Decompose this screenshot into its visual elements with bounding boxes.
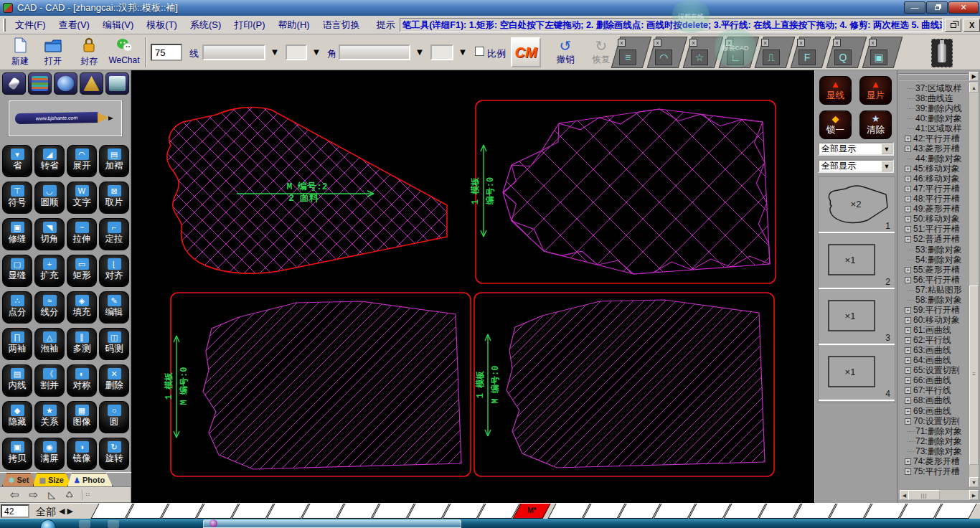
pattern-piece-3[interactable] — [203, 301, 461, 469]
menu-item[interactable]: 查看(V) — [52, 19, 96, 32]
step-line-icon[interactable]: ∟ — [727, 50, 744, 65]
sheet-tab[interactable] — [934, 504, 976, 519]
sidebar-tab-set[interactable]: ✱Set — [2, 473, 37, 486]
active-app-button[interactable] — [203, 519, 461, 528]
expand-plus-icon[interactable]: + — [905, 377, 911, 384]
panel-expand-button[interactable]: ▶ — [969, 72, 979, 81]
tool-button[interactable]: ✎编辑 — [99, 291, 129, 324]
restore-button[interactable] — [926, 1, 948, 14]
scroll-up-icon[interactable]: ▲ — [969, 82, 979, 93]
vertical-scrollbar[interactable]: ▲ ≡ ▼ — [969, 82, 979, 488]
angle-dropdown-arrow[interactable]: ▼ — [413, 46, 426, 59]
undo-button[interactable]: ↺ 撤销 — [550, 38, 581, 66]
wechat-button[interactable]: WeChat — [108, 37, 141, 68]
tool-button[interactable]: ▢显缝 — [2, 255, 32, 287]
scale-checkbox[interactable] — [475, 47, 484, 56]
tool-button[interactable]: ≈线分 — [34, 291, 65, 324]
line-value-box[interactable] — [286, 44, 307, 60]
correction-pen-icon[interactable] — [2, 72, 26, 95]
sheet-tab-active[interactable]: M* — [512, 504, 550, 519]
tool-button[interactable]: △泡袖 — [34, 328, 65, 360]
tool-button[interactable]: ↻旋转 — [99, 438, 129, 470]
tool-group[interactable]: x⎍ — [755, 37, 796, 68]
expand-plus-icon[interactable]: + — [905, 468, 911, 475]
scroll-down-icon[interactable]: ▼ — [969, 477, 979, 487]
printer-icon[interactable] — [105, 72, 129, 95]
expand-plus-icon[interactable]: + — [905, 176, 911, 182]
tool-button[interactable]: ◫码测 — [99, 328, 129, 360]
menu-item[interactable]: 语言切换 — [316, 19, 367, 32]
list-icon[interactable]: ≡ — [619, 50, 636, 65]
expand-plus-icon[interactable]: + — [905, 196, 911, 202]
tool-button[interactable]: ⊠取片 — [99, 182, 129, 214]
mdi-close-button[interactable]: X — [963, 19, 980, 32]
operation-row[interactable]: +75:平行开槽 — [899, 466, 968, 476]
expand-plus-icon[interactable]: + — [905, 337, 911, 344]
tool-group[interactable]: x☆ — [683, 37, 724, 68]
tool-button[interactable]: ▤加褶 — [99, 145, 129, 177]
show-lines-button[interactable]: ▲ 显线 — [819, 76, 852, 105]
sphere-icon[interactable] — [54, 72, 77, 95]
tool-button[interactable]: ▣修缝 — [2, 218, 32, 250]
tool-button[interactable]: ◠展开 — [67, 145, 97, 177]
taskbar-icon[interactable] — [108, 520, 119, 528]
tool-button[interactable]: ○圆 — [99, 401, 129, 433]
tool-group[interactable]: x∟ — [719, 37, 760, 68]
tool-group[interactable]: xQ — [826, 37, 867, 68]
tool-button[interactable]: ▾省 — [2, 145, 32, 177]
menu-item[interactable]: 帮助(H) — [272, 19, 316, 32]
display-filter-dropdown-2[interactable]: 全部显示 ▼ — [818, 159, 894, 173]
expand-plus-icon[interactable]: + — [905, 277, 911, 283]
expand-plus-icon[interactable]: + — [905, 367, 911, 374]
chevron-down-icon[interactable]: ▼ — [881, 143, 892, 154]
expand-plus-icon[interactable]: + — [905, 458, 911, 465]
hscrollbar-thumb[interactable]: ||| — [908, 490, 940, 500]
line-type-selector[interactable] — [202, 44, 265, 60]
stripes-icon[interactable] — [28, 72, 52, 95]
tool-button[interactable]: W文字 — [67, 182, 97, 214]
expand-plus-icon[interactable]: + — [905, 317, 911, 324]
tool-group[interactable]: xF — [791, 37, 831, 68]
tool-button[interactable]: ~拉伸 — [67, 218, 97, 250]
size-code-input[interactable] — [1, 504, 29, 518]
chevron-down-icon[interactable]: ▼ — [881, 161, 892, 171]
delete-trash-button[interactable]: ♺ — [65, 490, 73, 500]
tool-button[interactable]: ⌐定拉 — [99, 218, 129, 250]
panel-grip[interactable] — [899, 73, 968, 80]
expand-plus-icon[interactable]: + — [905, 327, 911, 334]
angle-value-dropdown-arrow[interactable]: ▼ — [456, 46, 469, 59]
close-icon[interactable]: x — [869, 39, 877, 47]
piece-thumbnail[interactable]: ×21 — [819, 177, 895, 233]
printer-icon[interactable]: ⎍ — [763, 50, 780, 65]
expand-plus-icon[interactable]: + — [905, 226, 911, 232]
nav-back-button[interactable]: ⇦ — [10, 489, 19, 501]
close-icon[interactable]: x — [654, 39, 661, 47]
clear-button[interactable]: ★ 清除 — [859, 110, 892, 139]
star-icon[interactable]: ☆ — [691, 50, 708, 65]
expand-plus-icon[interactable]: + — [905, 397, 911, 404]
tool-button[interactable]: ∴点分 — [2, 291, 32, 324]
pencil-triangle-icon[interactable] — [80, 72, 103, 95]
tool-group[interactable]: x≡ — [611, 37, 652, 68]
scrollbar-thumb[interactable]: ≡ — [969, 286, 979, 465]
cm-button[interactable]: CM — [511, 37, 541, 67]
expand-plus-icon[interactable]: + — [905, 206, 911, 212]
tool-group[interactable]: x◠ — [647, 37, 688, 68]
expand-plus-icon[interactable]: + — [905, 216, 911, 222]
taskbar-icon[interactable] — [79, 520, 90, 528]
tool-button[interactable]: ◥切角 — [34, 218, 65, 250]
scroll-right-icon[interactable]: ▶ — [969, 490, 979, 500]
menu-item[interactable]: 系统(S) — [184, 19, 227, 32]
close-icon[interactable]: x — [833, 39, 841, 47]
menu-item[interactable]: 模板(T) — [140, 19, 184, 32]
piece-thumbnail[interactable]: ×14 — [819, 345, 895, 401]
piece-thumbnail[interactable]: ×13 — [819, 289, 895, 345]
letter-f-icon[interactable]: F — [798, 50, 816, 65]
pattern-piece-icon[interactable]: ◠ — [655, 50, 672, 65]
nav-forward-button[interactable]: ⇨ — [29, 489, 39, 501]
archive-button[interactable]: 封存 — [75, 37, 103, 68]
open-button[interactable]: 打开 — [39, 37, 67, 68]
line-width-input[interactable] — [151, 44, 182, 61]
tool-button[interactable]: ◢转省 — [34, 145, 65, 177]
close-icon[interactable]: x — [761, 39, 769, 47]
